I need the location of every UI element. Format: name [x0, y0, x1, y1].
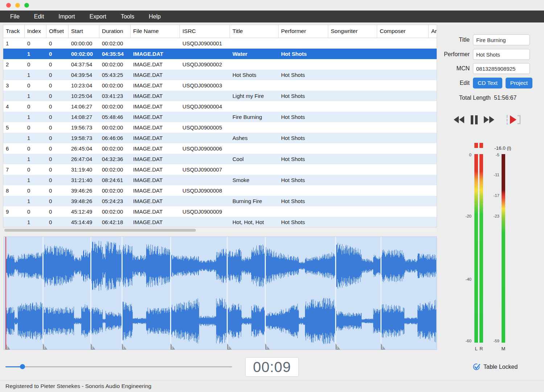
cell-track: 5: [3, 124, 25, 131]
cell-start: 45:12:49: [69, 209, 99, 215]
cell-performer: Hot Shots: [279, 219, 328, 225]
table-row[interactable]: 1031:21:4008:24:61IMAGE.DATSmokeHot Shot…: [3, 175, 437, 185]
performer-input[interactable]: [473, 49, 530, 60]
table-row[interactable]: 1045:14:4906:42:18IMAGE.DATHot, Hot, Hot…: [3, 217, 437, 227]
cell-start: 04:37:54: [69, 61, 99, 67]
titlebar: [0, 0, 544, 11]
cell-offset: 0: [46, 114, 69, 120]
cell-index: 1: [25, 51, 46, 57]
track-table: TrackIndexOffsetStartDurationFile NameIS…: [3, 25, 437, 227]
column-header-performer[interactable]: Performer: [279, 25, 328, 38]
cell-duration: 00:02:00: [99, 103, 131, 110]
table-locked-checkbox[interactable]: Table Locked: [473, 363, 518, 371]
cell-start: 19:56:73: [69, 124, 99, 131]
column-header-track[interactable]: Track: [3, 25, 25, 38]
table-row[interactable]: 40014:06:2700:02:00IMAGE.DATUSQDJ0900004: [3, 101, 437, 112]
cell-performer: Hot Shots: [279, 135, 328, 141]
cell-start: 10:25:04: [69, 93, 99, 99]
cell-offset: 0: [46, 93, 69, 99]
table-row[interactable]: 80039:46:2600:02:00IMAGE.DATUSQDJ0900008: [3, 185, 437, 196]
table-horizontal-scrollbar[interactable]: [4, 228, 436, 232]
cell-track: 2: [3, 61, 25, 67]
table-row[interactable]: 1010:25:0403:41:23IMAGE.DATLight my Fire…: [3, 91, 437, 101]
title-input[interactable]: [473, 34, 530, 45]
cell-duration: 00:02:00: [99, 82, 131, 88]
m-scale-label: -17: [485, 193, 499, 198]
table-row[interactable]: 90045:12:4900:02:00IMAGE.DATUSQDJ0900009: [3, 206, 437, 217]
play-selection-button[interactable]: [506, 114, 521, 125]
table-row[interactable]: 50019:56:7300:02:00IMAGE.DATUSQDJ0900005: [3, 122, 437, 133]
cell-index: 1: [25, 156, 46, 162]
menu-tools[interactable]: Tools: [114, 11, 141, 22]
menu-import[interactable]: Import: [51, 11, 82, 22]
column-header-arr[interactable]: Arr: [429, 25, 437, 38]
menu-edit[interactable]: Edit: [27, 11, 51, 22]
rewind-button[interactable]: [454, 116, 465, 123]
cell-index: 0: [25, 145, 46, 152]
close-window-button[interactable]: [6, 3, 11, 8]
cell-start: 14:08:27: [69, 114, 99, 120]
cell-start: 04:39:54: [69, 72, 99, 78]
cell-track: 6: [3, 145, 25, 152]
m-scale-label: -11: [485, 172, 499, 177]
scrollbar-thumb[interactable]: [4, 229, 196, 232]
cell-title: Light my Fire: [230, 93, 279, 99]
table-row[interactable]: 60026:45:0400:02:00IMAGE.DATUSQDJ0900006: [3, 143, 437, 154]
cell-duration: 00:02:00: [99, 145, 131, 152]
slider-handle[interactable]: [20, 364, 25, 369]
column-header-songwriter[interactable]: Songwriter: [328, 25, 377, 38]
column-header-offset[interactable]: Offset: [46, 25, 69, 38]
pause-button[interactable]: [471, 115, 478, 124]
project-button[interactable]: Project: [506, 78, 532, 88]
cell-duration: 00:02:00: [99, 166, 131, 173]
playback-slider[interactable]: [5, 366, 232, 367]
cell-offset: 0: [46, 72, 69, 78]
zoom-window-button[interactable]: [24, 3, 29, 8]
table-row[interactable]: 1026:47:0404:32:36IMAGE.DATCoolHot Shots: [3, 154, 437, 164]
fast-forward-button[interactable]: [484, 116, 495, 123]
cell-isrc: USQDJ0900003: [180, 82, 230, 88]
mcn-input[interactable]: [473, 63, 530, 74]
waveform-canvas[interactable]: [4, 237, 437, 350]
cell-index: 1: [25, 72, 46, 78]
menu-export[interactable]: Export: [82, 11, 114, 22]
column-header-file-name[interactable]: File Name: [131, 25, 180, 38]
cell-index: 1: [25, 114, 46, 120]
table-row[interactable]: 20004:37:5400:02:00IMAGE.DATUSQDJ0900002: [3, 59, 437, 70]
cell-index: 0: [25, 61, 46, 67]
table-row[interactable]: 70031:19:4000:02:00IMAGE.DATUSQDJ0900007: [3, 164, 437, 175]
cell-file: IMAGE.DAT: [131, 93, 180, 99]
cell-title: Hot, Hot, Hot: [230, 219, 279, 225]
total-length-label: Total Length: [437, 95, 491, 101]
column-header-index[interactable]: Index: [25, 25, 46, 38]
cell-title: Hot Shots: [230, 72, 279, 78]
menu-file[interactable]: File: [3, 11, 27, 22]
table-row[interactable]: 1000:02:0004:35:54IMAGE.DATWaterHot Shot…: [3, 49, 437, 59]
table-row[interactable]: 1039:48:2605:24:23IMAGE.DATBurning FireH…: [3, 196, 437, 206]
cell-start: 14:06:27: [69, 103, 99, 110]
cd-text-button[interactable]: CD Text: [473, 78, 502, 88]
table-row[interactable]: 1019:58:7306:46:06IMAGE.DATAshesHot Shot…: [3, 133, 437, 143]
column-header-duration[interactable]: Duration: [99, 25, 131, 38]
table-row[interactable]: 1004:39:5405:43:25IMAGE.DATHot ShotsHot …: [3, 70, 437, 80]
cell-file: IMAGE.DAT: [131, 166, 180, 173]
cell-index: 0: [25, 209, 46, 215]
cell-title: Cool: [230, 156, 279, 162]
table-row[interactable]: 30010:23:0400:02:00IMAGE.DATUSQDJ0900003: [3, 80, 437, 91]
menu-help[interactable]: Help: [141, 11, 168, 22]
cell-file: IMAGE.DAT: [131, 187, 180, 194]
cell-isrc: USQDJ0900001: [180, 40, 230, 46]
table-row[interactable]: 1014:08:2705:48:46IMAGE.DATFire BurningH…: [3, 112, 437, 122]
cell-index: 0: [25, 82, 46, 88]
cell-performer: Hot Shots: [279, 198, 328, 204]
cell-start: 39:48:26: [69, 198, 99, 204]
column-header-composer[interactable]: Composer: [377, 25, 429, 38]
minimize-window-button[interactable]: [15, 3, 20, 8]
column-header-title[interactable]: Title: [230, 25, 279, 38]
cell-title: Water: [230, 51, 279, 57]
table-row[interactable]: 10000:00:0000:02:00USQDJ0900001: [3, 38, 437, 49]
meter-scale-label: 0: [457, 152, 471, 157]
cell-index: 1: [25, 135, 46, 141]
column-header-isrc[interactable]: ISRC: [180, 25, 230, 38]
column-header-start[interactable]: Start: [69, 25, 99, 38]
